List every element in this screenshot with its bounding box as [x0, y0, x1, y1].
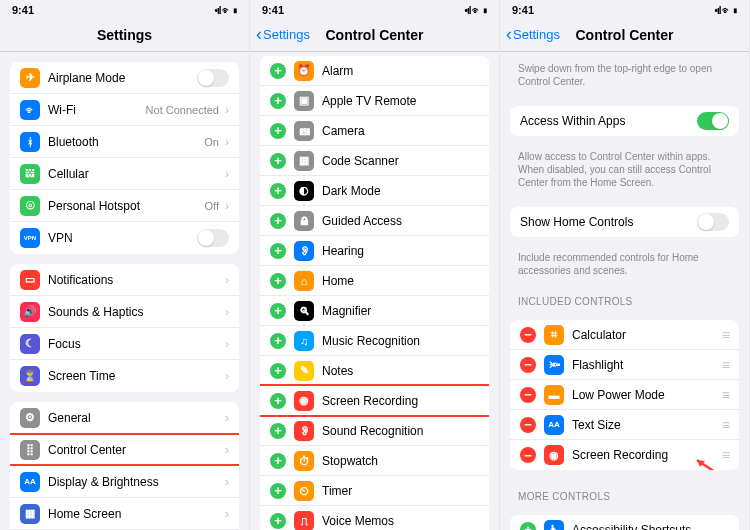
row-notifications[interactable]: ▭Notifications› [10, 264, 239, 296]
row-cellular[interactable]: 𝍌Cellular› [10, 158, 239, 190]
add-button[interactable]: + [270, 63, 286, 79]
add-button[interactable]: + [270, 423, 286, 439]
back-button[interactable]: ‹ Settings [506, 27, 560, 43]
row-a11y[interactable]: +♿︎Accessibility Shortcuts [510, 515, 739, 530]
row-textsize[interactable]: −AAText Size≡ [510, 410, 739, 440]
row-general[interactable]: ⚙︎General› [10, 402, 239, 434]
label: Low Power Mode [572, 388, 722, 402]
label: Screen Time [48, 369, 223, 383]
scroll-area-2[interactable]: +⏰Alarm+▣Apple TV Remote+📷︎Camera+▦Code … [250, 52, 499, 530]
label: Text Size [572, 418, 722, 432]
row-stopwatch[interactable]: +⏱Stopwatch [260, 446, 489, 476]
row-guided[interactable]: +🔒︎Guided Access [260, 206, 489, 236]
label: Bluetooth [48, 135, 204, 149]
toggle[interactable] [697, 112, 729, 130]
row-camera[interactable]: +📷︎Camera [260, 116, 489, 146]
drag-handle-icon[interactable]: ≡ [722, 357, 729, 373]
remove-button[interactable]: − [520, 417, 536, 433]
row-timer[interactable]: +⏲Timer [260, 476, 489, 506]
drag-handle-icon[interactable]: ≡ [722, 447, 729, 463]
row-show-home-controls[interactable]: Show Home Controls [510, 207, 739, 237]
add-button[interactable]: + [520, 522, 536, 531]
row-screenrec[interactable]: −◉Screen Recording≡ [510, 440, 739, 470]
row-screenrec[interactable]: +◉Screen Recording [260, 386, 489, 416]
row-musicrec[interactable]: +♫Music Recognition [260, 326, 489, 356]
toggle[interactable] [697, 213, 729, 231]
vpn-icon: VPN [20, 228, 40, 248]
status-time: 9:41 [12, 4, 72, 16]
row-airplane[interactable]: ✈︎Airplane Mode [10, 62, 239, 94]
row-voicememos[interactable]: +⎍Voice Memos [260, 506, 489, 530]
focus-icon: ☾ [20, 334, 40, 354]
row-sounds[interactable]: 🔊Sounds & Haptics› [10, 296, 239, 328]
nav-bar: ‹ Settings Control Center [250, 18, 499, 52]
row-soundrec[interactable]: +👂︎Sound Recognition [260, 416, 489, 446]
add-button[interactable]: + [270, 393, 286, 409]
row-display[interactable]: AADisplay & Brightness› [10, 466, 239, 498]
add-button[interactable]: + [270, 243, 286, 259]
notifications-icon: ▭ [20, 270, 40, 290]
add-button[interactable]: + [270, 513, 286, 529]
toggle[interactable] [197, 229, 229, 247]
label: Alarm [322, 64, 479, 78]
scroll-area-1[interactable]: ✈︎Airplane ModeᯤWi-FiNot Connected›ᚼBlue… [0, 52, 249, 530]
label: Calculator [572, 328, 722, 342]
row-wifi[interactable]: ᯤWi-FiNot Connected› [10, 94, 239, 126]
remove-button[interactable]: − [520, 327, 536, 343]
remove-button[interactable]: − [520, 387, 536, 403]
label: Dark Mode [322, 184, 479, 198]
label: Personal Hotspot [48, 199, 205, 213]
add-button[interactable]: + [270, 303, 286, 319]
darkmode-icon: ◐ [294, 181, 314, 201]
label: Notes [322, 364, 479, 378]
remove-button[interactable]: − [520, 357, 536, 373]
row-hearing[interactable]: +👂︎Hearing [260, 236, 489, 266]
status-time: 9:41 [262, 4, 322, 16]
drag-handle-icon[interactable]: ≡ [722, 417, 729, 433]
row-calculator[interactable]: −⌗Calculator≡ [510, 320, 739, 350]
add-button[interactable]: + [270, 123, 286, 139]
general-icon: ⚙︎ [20, 408, 40, 428]
row-notes[interactable]: +✎Notes [260, 356, 489, 386]
scroll-area-3[interactable]: Swipe down from the top-right edge to op… [500, 52, 749, 530]
row-alarm[interactable]: +⏰Alarm [260, 56, 489, 86]
add-button[interactable]: + [270, 483, 286, 499]
row-homescreen[interactable]: ▦Home Screen› [10, 498, 239, 530]
soundrec-icon: 👂︎ [294, 421, 314, 441]
row-vpn[interactable]: VPNVPN [10, 222, 239, 254]
cellular-icon: 𝍌 [20, 164, 40, 184]
stopwatch-icon: ⏱ [294, 451, 314, 471]
status-icons: •ıl ᯤ ▮ [677, 5, 737, 16]
row-access-within-apps[interactable]: Access Within Apps [510, 106, 739, 136]
row-magnifier[interactable]: +🔍︎Magnifier [260, 296, 489, 326]
back-button[interactable]: ‹ Settings [256, 27, 310, 43]
label: Access Within Apps [520, 114, 697, 128]
row-codescanner[interactable]: +▦Code Scanner [260, 146, 489, 176]
row-bluetooth[interactable]: ᚼBluetoothOn› [10, 126, 239, 158]
add-button[interactable]: + [270, 333, 286, 349]
codescanner-icon: ▦ [294, 151, 314, 171]
wifi-icon: ᯤ [20, 100, 40, 120]
toggle[interactable] [197, 69, 229, 87]
add-button[interactable]: + [270, 213, 286, 229]
row-lowpower[interactable]: −▬Low Power Mode≡ [510, 380, 739, 410]
row-home[interactable]: +⌂Home [260, 266, 489, 296]
remove-button[interactable]: − [520, 447, 536, 463]
row-appletv[interactable]: +▣Apple TV Remote [260, 86, 489, 116]
row-hotspot[interactable]: ⦾Personal HotspotOff› [10, 190, 239, 222]
flashlight-icon: 🔦︎ [544, 355, 564, 375]
add-button[interactable]: + [270, 273, 286, 289]
drag-handle-icon[interactable]: ≡ [722, 387, 729, 403]
add-button[interactable]: + [270, 453, 286, 469]
bluetooth-icon: ᚼ [20, 132, 40, 152]
add-button[interactable]: + [270, 363, 286, 379]
row-focus[interactable]: ☾Focus› [10, 328, 239, 360]
row-darkmode[interactable]: +◐Dark Mode [260, 176, 489, 206]
add-button[interactable]: + [270, 93, 286, 109]
row-flashlight[interactable]: −🔦︎Flashlight≡ [510, 350, 739, 380]
drag-handle-icon[interactable]: ≡ [722, 327, 729, 343]
row-screentime[interactable]: ⏳Screen Time› [10, 360, 239, 392]
row-controlcenter[interactable]: ⣿Control Center› [10, 434, 239, 466]
add-button[interactable]: + [270, 153, 286, 169]
add-button[interactable]: + [270, 183, 286, 199]
